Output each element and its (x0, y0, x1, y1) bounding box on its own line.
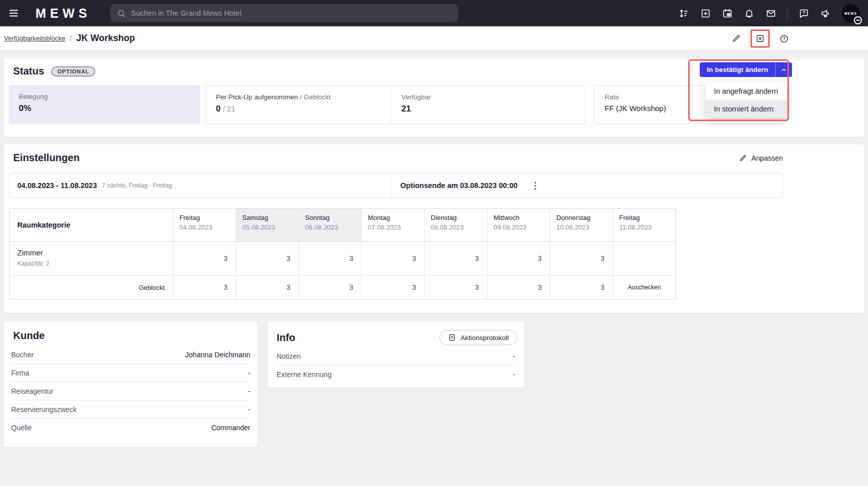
add-new-icon[interactable] (696, 4, 715, 23)
column-header-day-7: Freitag 11.08.2023 (613, 209, 675, 241)
help-circle-icon[interactable]: ? (779, 34, 789, 44)
help-chat-icon[interactable]: ? (794, 4, 813, 23)
column-header-day-3: Montag 07.08.2023 (361, 209, 424, 241)
sort-priority-icon[interactable] (674, 4, 693, 23)
customer-row-reservierungszweck: Reservierungszweck - (10, 400, 251, 419)
search-icon (117, 9, 126, 18)
bottom-panels: Kunde Bucher Johanna Deichmann Firma - R… (4, 322, 864, 447)
room-value-day-1: 3 (236, 242, 298, 275)
date-range: 04.08.2023 - 11.08.2023 (17, 181, 97, 190)
blocked-row-label: Geblockt (10, 276, 173, 299)
customer-header: Kunde (4, 322, 257, 342)
room-value-day-5: 3 (487, 242, 550, 275)
blocked-value-day-1[interactable]: 3 (236, 276, 298, 299)
room-value-day-3: 3 (361, 242, 424, 275)
announcements-megaphone-icon[interactable] (816, 4, 835, 23)
room-value-day-4: 3 (424, 242, 487, 275)
option-end-text: Optionsende am 03.08.2023 00:00 (400, 181, 517, 190)
search-input[interactable] (131, 9, 452, 17)
info-title: Info (277, 332, 295, 344)
edit-pencil-icon[interactable] (732, 34, 741, 43)
calendar-availability-icon[interactable] (718, 4, 737, 23)
occupancy-value: 0% (19, 103, 190, 114)
notifications-bell-icon[interactable] (739, 4, 759, 23)
blocked-value-day-3[interactable]: 3 (361, 276, 424, 299)
blocked-value-day-5[interactable]: 3 (487, 276, 550, 299)
account-avatar[interactable]: MEWS (842, 4, 860, 22)
breadcrumb-separator: / (70, 34, 72, 43)
status-stats: Belegung 0% Per Pick-Up aufgenommen / Ge… (9, 85, 783, 124)
messages-envelope-icon[interactable] (761, 4, 780, 23)
status-change-split-button: In bestätigt ändern (700, 62, 792, 77)
room-category-cell: Zimmer Kapazität: 2 (10, 242, 173, 275)
room-value-day-7 (613, 242, 675, 275)
info-row-externe-kennung: Externe Kennung - (276, 365, 516, 384)
blocked-value-day-4[interactable]: 3 (424, 276, 487, 299)
status-title: Status (13, 65, 44, 77)
menu-item-storniert[interactable]: In storniert ändern (706, 100, 787, 118)
customer-row-firma: Firma - (10, 364, 251, 382)
topbar-actions: ? MEWS (674, 4, 868, 23)
customer-title: Kunde (13, 330, 45, 342)
blocked-value-day-0[interactable]: 3 (173, 276, 236, 299)
pickup-label-main: Per Pick-Up aufgenommen (216, 93, 298, 101)
optional-badge: OPTIONAL (51, 66, 95, 77)
cancel-block-icon[interactable] (756, 34, 765, 43)
topbar: MEWS ? (0, 0, 868, 26)
date-range-note: 7 nächte, Freitag - Freitag (102, 182, 172, 189)
customer-section: Kunde Bucher Johanna Deichmann Firma - R… (4, 322, 257, 447)
page-actions: ? (732, 26, 789, 51)
checkout-cell: Auschecken (613, 276, 675, 299)
settings-title: Einstellungen (13, 152, 80, 164)
menu-item-angefragt[interactable]: In angefragt ändern (706, 82, 787, 100)
svg-text:?: ? (783, 36, 785, 41)
pickup-value: 0 / 21 (216, 104, 381, 114)
brand-logo: MEWS (35, 6, 91, 21)
menu-hamburger-icon[interactable] (4, 4, 23, 23)
customer-row-quelle: Quelle Commander (10, 419, 251, 437)
search-bar[interactable] (110, 4, 458, 22)
pickup-availability-card: Per Pick-Up aufgenommen / Geblockt 0 / 2… (205, 85, 585, 124)
customer-row-bucher: Bucher Johanna Deichmann (10, 346, 251, 364)
available-cell: Verfügbar 21 (391, 86, 441, 124)
info-section: Info Aktionsprotokoll Notizen - Externe … (268, 322, 524, 388)
confirm-status-button[interactable]: In bestätigt ändern (700, 62, 775, 77)
pickup-cell: Per Pick-Up aufgenommen / Geblockt 0 / 2… (206, 86, 391, 124)
date-range-cell: 04.08.2023 - 11.08.2023 7 nächte, Freita… (10, 173, 391, 198)
svg-text:?: ? (802, 10, 805, 15)
status-section: Status OPTIONAL Belegung 0% Per Pick-Up … (4, 58, 864, 137)
blocked-value-day-6[interactable]: 3 (550, 276, 613, 299)
column-header-day-1: Samstag 05.08.2023 (236, 209, 298, 241)
availability-table: Raumkategorie Freitag 04.08.2023 Samstag… (9, 208, 676, 300)
avatar-label: MEWS (844, 12, 857, 15)
occupancy-label: Belegung (19, 93, 190, 100)
available-label: Verfügbar (401, 93, 431, 101)
blocked-value-day-2[interactable]: 3 (298, 276, 361, 299)
adjust-button[interactable]: Anpassen (739, 154, 783, 162)
availability-status-dot (854, 16, 862, 24)
room-category-row: Zimmer Kapazität: 2 3 3 3 3 3 3 3 (10, 242, 675, 276)
column-header-day-6: Donnerstag 10.08.2023 (550, 209, 613, 241)
available-value: 21 (401, 104, 431, 114)
room-value-day-6: 3 (550, 242, 613, 275)
action-log-button[interactable]: Aktionsprotokoll (439, 330, 517, 345)
breadcrumb-bar: Verfügbarkeitsblöcke / JK Workshop ? (0, 26, 868, 51)
date-range-box: 04.08.2023 - 11.08.2023 7 nächte, Freita… (9, 173, 783, 198)
pickup-label-rest: / Geblockt (298, 93, 331, 101)
action-log-label: Aktionsprotokoll (461, 334, 509, 342)
room-value-day-0: 3 (173, 242, 236, 275)
breadcrumb-parent-link[interactable]: Verfügbarkeitsblöcke (4, 34, 65, 42)
status-menu-toggle[interactable] (775, 62, 792, 77)
blocked-row: Geblockt 3 3 3 3 3 3 3 Auschecken (10, 276, 675, 299)
column-header-day-2: Sonntag 06.08.2023 (298, 209, 361, 241)
table-header-row: Raumkategorie Freitag 04.08.2023 Samstag… (10, 209, 675, 242)
option-end-cell: Optionsende am 03.08.2023 00:00 (391, 180, 538, 192)
kebab-menu-icon[interactable] (533, 180, 538, 192)
status-dropdown-menu: In angefragt ändern In storniert ändern (706, 82, 787, 118)
pickup-value-rest: / 21 (220, 104, 235, 113)
column-header-day-4: Dienstag 08.08.2023 (424, 209, 487, 241)
occupancy-card: Belegung 0% (9, 85, 200, 124)
settings-section: Einstellungen Anpassen 04.08.2023 - 11.0… (4, 144, 864, 313)
customer-row-reiseagentur: Reiseagentur - (10, 382, 251, 400)
column-header-day-5: Mittwoch 09.08.2023 (487, 209, 550, 241)
